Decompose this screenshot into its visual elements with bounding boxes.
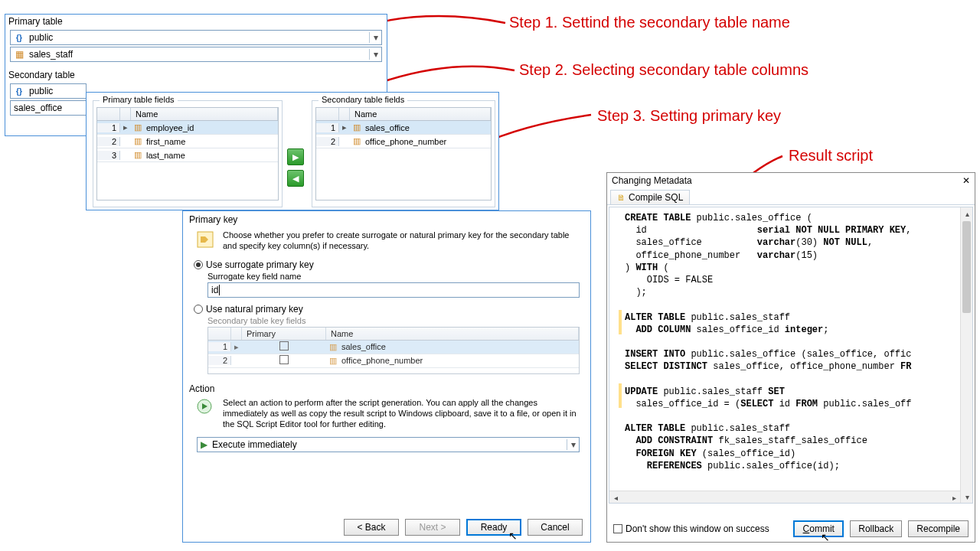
primary-schema-select[interactable]: {} public ▾ bbox=[10, 30, 382, 45]
callout-step3: Step 3. Setting primary key bbox=[597, 107, 781, 125]
surrogate-field-input[interactable]: id bbox=[207, 282, 580, 298]
field-name: sales_office bbox=[364, 123, 410, 132]
field-name: office_phone_number bbox=[340, 356, 423, 365]
table-row[interactable]: 1▸sales_office bbox=[316, 121, 491, 135]
secondary-schema-select[interactable]: {} public bbox=[10, 83, 87, 99]
action-icon bbox=[195, 397, 215, 417]
recompile-button[interactable]: Recompile bbox=[908, 520, 969, 537]
dont-show-label: Don't show this window on success bbox=[626, 523, 769, 534]
sec-key-fields-label: Secondary table key fields bbox=[207, 316, 580, 325]
checkbox bbox=[279, 341, 289, 350]
commit-button[interactable]: Commit bbox=[793, 520, 844, 537]
schema-icon: {} bbox=[13, 31, 25, 44]
schema-icon: {} bbox=[13, 85, 25, 97]
chevron-down-icon[interactable]: ▾ bbox=[567, 439, 579, 450]
secondary-table-input[interactable]: sales_office bbox=[10, 100, 87, 116]
table-row[interactable]: 1▸employee_id bbox=[97, 121, 278, 135]
column-icon bbox=[350, 122, 364, 132]
table-icon bbox=[13, 48, 25, 60]
table-row: 2office_phone_number bbox=[208, 354, 579, 368]
sql-editor[interactable]: CREATE TABLE public.sales_office ( id se… bbox=[609, 207, 973, 504]
modal-title-text: Changing Metadata bbox=[612, 175, 692, 186]
dont-show-checkbox[interactable]: Don't show this window on success bbox=[613, 523, 769, 534]
ready-button[interactable]: Ready bbox=[466, 519, 521, 536]
primary-key-intro: Choose whether you prefer to create surr… bbox=[223, 230, 584, 252]
secondary-table-label: Secondary table bbox=[5, 68, 387, 82]
column-header-primary: Primary bbox=[242, 328, 326, 340]
rollback-button[interactable]: Rollback bbox=[850, 520, 902, 537]
column-icon bbox=[326, 356, 340, 366]
column-icon bbox=[131, 136, 145, 146]
action-select[interactable]: ▶ Execute immediately ▾ bbox=[197, 437, 580, 452]
table-fields-panel: Primary table fields Name 1▸employee_id … bbox=[86, 92, 499, 210]
secondary-schema-value: public bbox=[28, 86, 86, 96]
primary-table-value: sales_staff bbox=[28, 49, 369, 60]
move-left-button[interactable]: ◀ bbox=[287, 170, 304, 187]
column-icon bbox=[350, 136, 364, 146]
changing-metadata-modal: Changing Metadata ✕ Compile SQL CREATE T… bbox=[606, 172, 975, 543]
primary-table-select[interactable]: sales_staff ▾ bbox=[10, 47, 382, 62]
surrogate-field-label: Surrogate key field name bbox=[207, 272, 580, 281]
next-button: Next > bbox=[405, 519, 460, 536]
secondary-fields-label: Secondary table fields bbox=[318, 95, 407, 104]
move-right-button[interactable]: ▶ bbox=[287, 148, 304, 165]
field-name: first_name bbox=[145, 137, 185, 146]
back-button[interactable]: < Back bbox=[344, 519, 399, 536]
action-text: Select an action to perform after the sc… bbox=[223, 397, 583, 430]
callout-step2: Step 2. Selecting secondary table column… bbox=[519, 61, 808, 79]
column-header-name: Name bbox=[326, 328, 579, 340]
radio-natural-label: Use natural primary key bbox=[206, 304, 303, 315]
column-header-name: Name bbox=[350, 108, 491, 120]
scrollbar-vertical[interactable]: ▴ ▾ bbox=[960, 207, 972, 503]
chevron-down-icon[interactable]: ▾ bbox=[369, 49, 381, 60]
secondary-fields-grid[interactable]: Name 1▸sales_office 2office_phone_number bbox=[315, 107, 492, 201]
key-icon bbox=[195, 230, 215, 249]
cancel-button[interactable]: Cancel bbox=[528, 519, 583, 536]
primary-key-title: Primary key bbox=[183, 211, 590, 228]
primary-table-label: Primary table bbox=[5, 15, 387, 28]
table-row[interactable]: 2office_phone_number bbox=[316, 135, 491, 148]
scrollbar-horizontal[interactable]: ◂ ▸ bbox=[609, 491, 960, 503]
field-name: employee_id bbox=[145, 123, 194, 132]
column-icon bbox=[131, 150, 145, 160]
sql-content: CREATE TABLE public.sales_office ( id se… bbox=[609, 207, 972, 477]
radio-surrogate[interactable]: Use surrogate primary key bbox=[194, 259, 590, 270]
column-header-name: Name bbox=[131, 108, 278, 120]
primary-schema-value: public bbox=[28, 32, 369, 43]
close-icon[interactable]: ✕ bbox=[962, 175, 970, 186]
callout-result: Result script bbox=[789, 147, 873, 165]
table-row: 1▸sales_office bbox=[208, 341, 579, 354]
field-name: last_name bbox=[145, 151, 185, 160]
modal-titlebar: Changing Metadata ✕ bbox=[607, 173, 975, 188]
action-title: Action bbox=[183, 380, 590, 397]
tab-compile-sql[interactable]: Compile SQL bbox=[610, 190, 690, 204]
table-row[interactable]: 2first_name bbox=[97, 135, 278, 148]
column-icon bbox=[131, 122, 145, 132]
sec-key-grid: PrimaryName 1▸sales_office 2office_phone… bbox=[207, 327, 580, 374]
radio-natural[interactable]: Use natural primary key bbox=[194, 304, 590, 315]
action-select-value: Execute immediately bbox=[211, 439, 567, 450]
table-row[interactable]: 3last_name bbox=[97, 148, 278, 162]
checkbox bbox=[279, 355, 289, 364]
column-icon bbox=[326, 342, 340, 352]
primary-key-panel: Primary key Choose whether you prefer to… bbox=[182, 210, 591, 543]
chevron-down-icon[interactable]: ▾ bbox=[369, 32, 381, 43]
radio-surrogate-label: Use surrogate primary key bbox=[206, 259, 314, 270]
callout-step1: Step 1. Settind the secondary table name bbox=[509, 14, 790, 31]
primary-fields-grid[interactable]: Name 1▸employee_id 2first_name 3last_nam… bbox=[96, 107, 279, 201]
primary-fields-label: Primary table fields bbox=[100, 95, 178, 104]
field-name: office_phone_number bbox=[364, 137, 446, 146]
play-icon: ▶ bbox=[198, 439, 211, 450]
field-name: sales_office bbox=[340, 342, 386, 351]
